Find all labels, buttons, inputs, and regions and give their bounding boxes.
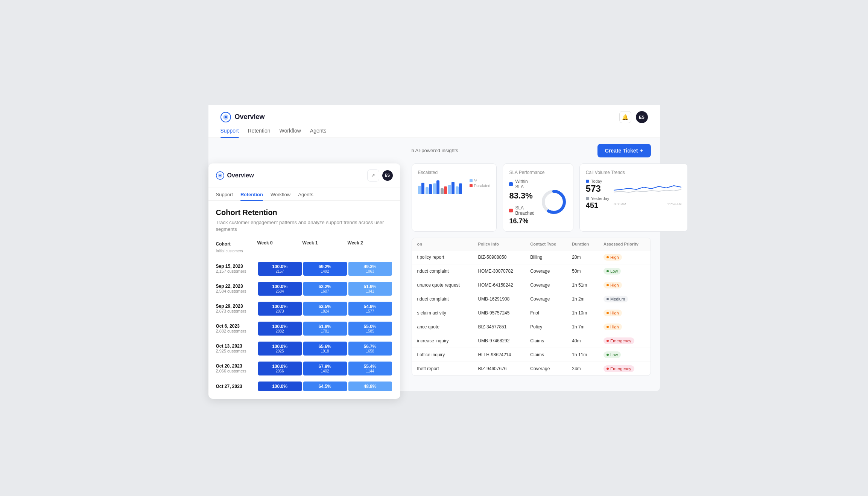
priority-badge: Low [603, 268, 621, 275]
col-duration: Duration [567, 238, 598, 250]
escalated-card: Escalated [412, 163, 497, 232]
plus-icon: + [640, 148, 643, 154]
table-row[interactable]: theft report BIZ-94607676 Coverage 24m E… [412, 362, 651, 375]
notification-button[interactable]: 🔔 [619, 111, 631, 123]
table-row[interactable]: t office inquiry HLTH-98624214 Claims 1h… [412, 348, 651, 362]
create-ticket-button[interactable]: Create Ticket + [597, 144, 651, 157]
time-start: 0:00 AM [614, 202, 626, 206]
left-nav-retention[interactable]: Retention [240, 192, 263, 200]
dashboard-subtitle: h AI-powered insights [412, 148, 458, 153]
sla-donut-chart [541, 189, 567, 215]
left-logo-icon [216, 171, 224, 180]
cohort-description: Track customer engagement patterns and a… [216, 219, 393, 233]
col-policy: Policy Info [473, 238, 525, 250]
svg-point-2 [225, 116, 227, 118]
today-dot [586, 180, 589, 183]
escalated-chart [418, 179, 462, 194]
priority-badge: Emergency [603, 337, 634, 344]
support-table: on Policy Info Contact Type Duration Ass… [412, 238, 651, 376]
priority-dot [607, 270, 609, 272]
priority-dot [607, 298, 609, 300]
yesterday-value: 451 [586, 201, 610, 209]
yesterday-dot [586, 197, 589, 200]
cohort-row: Sep 29, 2023 2,873 customers 100.0% 2873… [216, 299, 393, 319]
svg-point-7 [219, 174, 221, 176]
table-row[interactable]: nduct complaint UMB-16291908 Coverage 1h… [412, 292, 651, 306]
week2-header: Week 2 [348, 240, 393, 254]
cohort-row: Sep 22, 2023 2,584 customers 100.0% 2584… [216, 279, 393, 299]
col-description: on [412, 238, 473, 250]
table-row[interactable]: t policy report BIZ-50908850 Billing 20m… [412, 250, 651, 264]
user-avatar[interactable]: ES [636, 111, 648, 123]
within-sla-dot [509, 182, 513, 186]
priority-dot [607, 256, 609, 258]
col-priority: Assessed Priority [598, 238, 650, 250]
left-nav-workflow[interactable]: Workflow [271, 192, 290, 200]
sla-breached-value: 16.7% [509, 217, 534, 225]
priority-badge: High [603, 324, 622, 330]
share-button[interactable]: ↗ [367, 169, 379, 182]
within-sla-value: 83.3% [509, 191, 534, 201]
table-row[interactable]: s claim activity UMB-95757245 Fnol 1h 10… [412, 306, 651, 320]
time-end: 11:59 AM [667, 202, 681, 206]
left-panel-title: Overview [227, 172, 254, 179]
app-logo-icon [220, 112, 231, 122]
left-panel-avatar[interactable]: ES [382, 170, 393, 181]
priority-badge: High [603, 282, 622, 288]
dashboard-header: h AI-powered insights Create Ticket + [412, 144, 651, 157]
sla-breached-dot [509, 209, 513, 212]
left-nav-agents[interactable]: Agents [298, 192, 313, 200]
col-contact: Contact Type [525, 238, 567, 250]
cohort-row: Oct 13, 2023 2,925 customers 100.0% 2925… [216, 339, 393, 359]
sla-card: SLA Performance Within SLA 83.3% SLA Bre… [503, 163, 573, 232]
cohort-col-header: Cohort [216, 241, 231, 247]
today-label: Today [591, 179, 602, 183]
top-nav-agents[interactable]: Agents [310, 128, 327, 137]
priority-badge: High [603, 254, 622, 261]
sla-breached-label: SLA Breached [515, 205, 534, 216]
cohort-row: Oct 20, 2023 2,066 customers 100.0% 2066… [216, 359, 393, 378]
cohort-section: Cohort Retention Track customer engageme… [208, 201, 400, 394]
priority-dot [607, 326, 609, 328]
top-actions: 🔔 ES [619, 111, 648, 123]
week0-header: Week 0 [257, 240, 303, 254]
call-volume-card: Call Volume Trends Today 573 [579, 163, 688, 232]
left-panel-logo: Overview [216, 171, 254, 180]
today-value: 573 [586, 184, 610, 193]
top-nav-retention[interactable]: Retention [248, 128, 271, 137]
priority-dot [607, 340, 609, 342]
priority-badge: Medium [603, 296, 628, 302]
sla-card-title: SLA Performance [509, 170, 567, 175]
priority-dot [607, 368, 609, 370]
yesterday-label: Yesterday [591, 196, 610, 201]
call-volume-title: Call Volume Trends [586, 170, 682, 175]
week1-header: Week 1 [303, 240, 348, 254]
left-panel: Overview ↗ ES Support Retention Workflow… [208, 163, 400, 399]
top-nav-workflow[interactable]: Workflow [279, 128, 301, 137]
priority-badge: Low [603, 351, 621, 358]
left-nav-support[interactable]: Support [216, 192, 233, 200]
call-volume-chart [614, 179, 681, 201]
cohort-rows: Sep 15, 2023 2,157 customers 100.0% 2157… [216, 259, 393, 394]
table-row[interactable]: urance quote request HOME-64158242 Cover… [412, 278, 651, 292]
cohort-title: Cohort Retention [216, 208, 393, 217]
within-sla-label: Within SLA [515, 179, 534, 189]
table-row[interactable]: ance quote BIZ-34577851 Policy 1h 7m Hig… [412, 320, 651, 334]
app-title: Overview [235, 113, 265, 121]
app-header: Overview [220, 112, 265, 122]
priority-badge: Emergency [603, 365, 634, 372]
cohort-row: Sep 15, 2023 2,157 customers 100.0% 2157… [216, 259, 393, 279]
priority-dot [607, 312, 609, 314]
priority-badge: High [603, 310, 622, 316]
priority-dot [607, 354, 609, 356]
metrics-row: Escalated [412, 163, 651, 232]
table-row[interactable]: increase inquiry UMB-97468292 Claims 40m… [412, 334, 651, 348]
top-nav-support[interactable]: Support [220, 128, 239, 137]
cohort-table: Cohort Initial customers Week 0 Week 1 W… [216, 239, 393, 394]
table-row[interactable]: nduct complaint HOME-30070782 Coverage 5… [412, 264, 651, 278]
cohort-row: Oct 27, 2023 100.0% 64.5% 48.8% [216, 378, 393, 394]
cohort-row: Oct 6, 2023 2,882 customers 100.0% 2882 … [216, 319, 393, 339]
priority-dot [607, 284, 609, 286]
left-panel-nav: Support Retention Workflow Agents [208, 188, 400, 201]
